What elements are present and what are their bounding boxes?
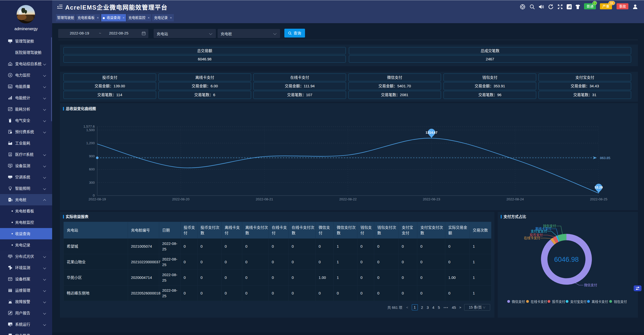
svg-text:2022-08-19: 2022-08-19 [88,197,106,201]
svg-text:在线卡支付: 在线卡支付 [524,236,540,240]
svg-text:1,200: 1,200 [86,141,95,145]
svg-text:2022-08-20: 2022-08-20 [172,197,189,201]
svg-text:2022-08-21: 2022-08-21 [256,197,273,201]
svg-text:6046.98: 6046.98 [554,256,579,263]
svg-text:863.85: 863.85 [600,156,610,160]
svg-text:$: $ [11,132,11,133]
svg-text:600: 600 [89,167,95,171]
svg-text:0: 0 [93,194,95,197]
svg-text:2022-08-24: 2022-08-24 [506,197,524,201]
svg-text:微信支付: 微信支付 [584,283,597,287]
svg-text:900: 900 [89,154,95,158]
svg-text:53.29: 53.29 [595,185,603,189]
svg-text:2022-08-25: 2022-08-25 [590,197,607,201]
svg-text:1,500: 1,500 [86,128,95,132]
svg-text:300: 300 [89,181,95,184]
svg-text:2022-08-22: 2022-08-22 [339,197,357,201]
svg-text:2022-08-23: 2022-08-23 [423,197,440,201]
svg-text:1314.67: 1314.67 [426,131,437,134]
svg-text:支付宝支付: 支付宝支付 [531,229,547,233]
